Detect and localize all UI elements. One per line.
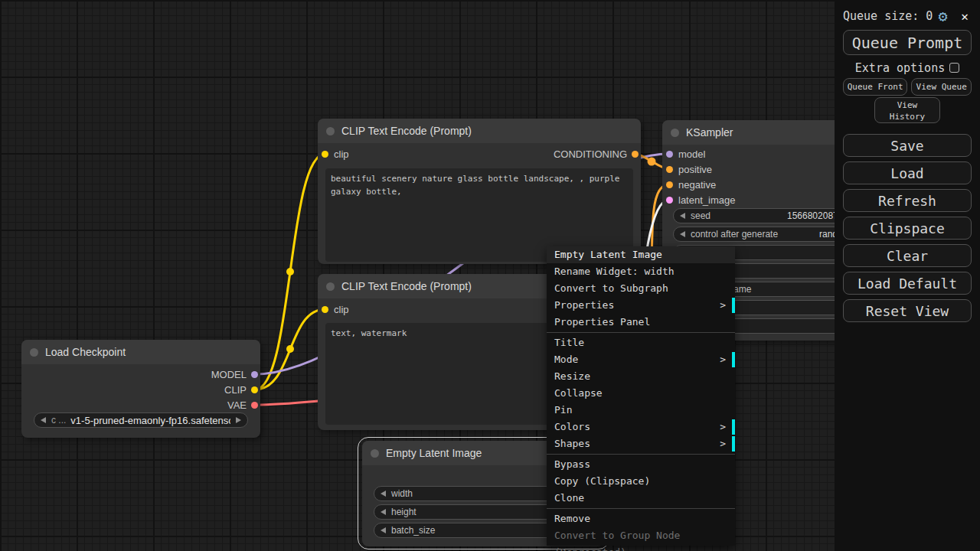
submenu-accent-bar — [732, 419, 735, 435]
menu-item-properties-panel[interactable]: Properties Panel — [547, 314, 735, 331]
view-queue-button[interactable]: View Queue — [911, 78, 972, 96]
output-slot-vae: VAE — [21, 397, 260, 412]
collapse-dot-icon[interactable] — [326, 127, 335, 135]
slot-row: clip CONDITIONING — [318, 146, 641, 161]
widget-left-arrow-icon[interactable] — [680, 213, 685, 219]
node-title: CLIP Text Encode (Prompt) — [341, 125, 472, 137]
extra-options-label: Extra options — [855, 61, 945, 75]
submenu-arrow-icon: > — [720, 351, 726, 368]
widget-left-arrow-icon[interactable] — [381, 491, 386, 497]
collapse-dot-icon[interactable] — [671, 129, 679, 137]
view-history-button[interactable]: View History — [874, 97, 940, 123]
node-title: KSampler — [686, 126, 733, 139]
submenu-arrow-icon: > — [720, 419, 726, 435]
input-dot-latent-image[interactable] — [666, 197, 673, 204]
collapse-dot-icon[interactable] — [30, 348, 38, 357]
menu-item-copy-clipspace[interactable]: Copy (Clipspace) — [547, 473, 735, 490]
settings-gear-icon[interactable]: ⚙ — [938, 8, 947, 24]
menu-item-resize[interactable]: Resize — [547, 368, 735, 385]
comfyui-canvas[interactable]: Load Checkpoint MODEL CLIP VAE c ... v1-… — [0, 0, 980, 551]
menu-item-clone[interactable]: Clone — [547, 490, 735, 507]
menu-item-colors[interactable]: Colors > — [547, 419, 735, 435]
input-dot-clip[interactable] — [322, 151, 328, 158]
input-dot-model[interactable] — [666, 151, 673, 158]
save-button[interactable]: Save — [843, 134, 972, 157]
menu-item-remove[interactable]: Remove — [547, 510, 735, 527]
link-midpoint-dot[interactable] — [286, 345, 294, 353]
output-dot-vae[interactable] — [251, 402, 258, 409]
menu-item-properties[interactable]: Properties > — [547, 297, 735, 314]
link-midpoint-dot[interactable] — [648, 158, 656, 166]
output-dot-conditioning[interactable] — [632, 151, 639, 158]
node-context-menu: Empty Latent Image Rename Widget: width … — [547, 246, 735, 546]
widget-label: c ... — [51, 415, 66, 425]
submenu-accent-bar — [732, 352, 735, 367]
output-slot-clip: CLIP — [21, 382, 260, 397]
node-title: Empty Latent Image — [386, 447, 482, 459]
node-title: Load Checkpoint — [45, 346, 126, 358]
combo-right-arrow-icon[interactable] — [236, 417, 241, 423]
menu-separator — [547, 332, 735, 333]
submenu-arrow-icon: > — [720, 435, 726, 452]
extra-options-checkbox[interactable] — [949, 63, 959, 73]
menu-item-rename-widget[interactable]: Rename Widget: width — [547, 263, 735, 280]
node-titlebar[interactable]: Load Checkpoint — [21, 340, 260, 364]
load-button[interactable]: Load — [843, 161, 972, 184]
widget-left-arrow-icon[interactable] — [381, 527, 386, 533]
node-title: CLIP Text Encode (Prompt) — [341, 280, 472, 292]
comfy-menu-panel: Queue size: 0 ⚙ ✕ Queue Prompt Extra opt… — [835, 0, 980, 551]
menu-separator — [547, 508, 735, 509]
queue-prompt-button[interactable]: Queue Prompt — [843, 30, 972, 55]
link-midpoint-dot[interactable] — [286, 268, 294, 276]
input-dot-clip[interactable] — [322, 306, 328, 313]
output-slot-model: MODEL — [21, 367, 260, 382]
menu-item-title[interactable]: Title — [547, 334, 735, 351]
input-dot-positive[interactable] — [666, 166, 673, 173]
collapse-dot-icon[interactable] — [326, 282, 335, 291]
node-titlebar[interactable]: CLIP Text Encode (Prompt) — [318, 119, 641, 143]
clear-button[interactable]: Clear — [843, 244, 972, 267]
clipspace-button[interactable]: Clipspace — [843, 217, 972, 240]
widget-value: v1-5-pruned-emaonly-fp16.safetensors — [70, 415, 230, 426]
menu-item-pin[interactable]: Pin — [547, 402, 735, 419]
widget-value: 1566802087 — [787, 210, 838, 221]
menu-item-collapse[interactable]: Collapse — [547, 385, 735, 402]
menu-item-convert-to-subgraph[interactable]: Convert to Subgraph — [547, 280, 735, 297]
combo-left-arrow-icon[interactable] — [41, 417, 46, 423]
ckpt-name-combo-widget[interactable]: c ... v1-5-pruned-emaonly-fp16.safetenso… — [34, 412, 248, 428]
menu-item-convert-to-group-node: Convert to Group Node (Deprecated) — [547, 527, 735, 544]
node-clip-text-encode-positive[interactable]: CLIP Text Encode (Prompt) clip CONDITION… — [318, 119, 641, 264]
close-icon[interactable]: ✕ — [961, 9, 969, 24]
reset-view-button[interactable]: Reset View — [843, 299, 972, 322]
context-menu-title: Empty Latent Image — [547, 246, 735, 263]
menu-item-shapes[interactable]: Shapes > — [547, 435, 735, 452]
submenu-accent-bar — [732, 298, 735, 313]
menu-item-bypass[interactable]: Bypass — [547, 456, 735, 473]
queue-size-label: Queue size: 0 — [843, 9, 933, 23]
output-dot-clip[interactable] — [251, 386, 258, 393]
queue-front-button[interactable]: Queue Front — [843, 78, 907, 96]
menu-separator — [547, 454, 735, 455]
input-dot-negative[interactable] — [666, 181, 673, 188]
refresh-button[interactable]: Refresh — [843, 189, 972, 212]
load-default-button[interactable]: Load Default — [843, 272, 972, 295]
node-load-checkpoint[interactable]: Load Checkpoint MODEL CLIP VAE c ... v1-… — [21, 340, 260, 438]
menu-item-mode[interactable]: Mode > — [547, 351, 735, 368]
widget-left-arrow-icon[interactable] — [680, 231, 685, 237]
widget-left-arrow-icon[interactable] — [381, 509, 386, 515]
submenu-arrow-icon: > — [720, 297, 726, 314]
submenu-accent-bar — [732, 436, 735, 452]
collapse-dot-icon[interactable] — [371, 449, 379, 458]
output-dot-model[interactable] — [251, 371, 258, 378]
